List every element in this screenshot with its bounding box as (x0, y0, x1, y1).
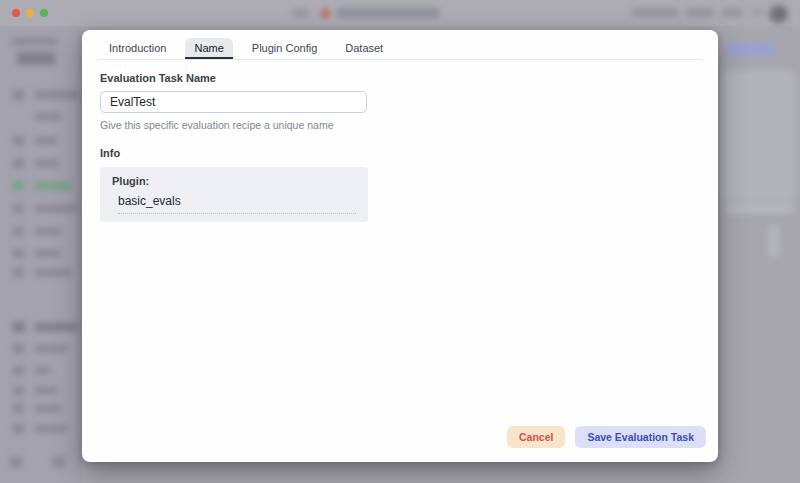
blurred-sidebar-item (35, 323, 77, 331)
blurred-titlebar-item (751, 8, 764, 17)
modal-body: Evaluation Task Name Give this specific … (82, 60, 718, 222)
blurred-sidebar-icon (13, 268, 24, 277)
blurred-sidebar-icon-selected (13, 181, 24, 190)
blurred-sidebar-item (35, 269, 71, 276)
tab-plugin-config[interactable]: Plugin Config (243, 38, 326, 59)
plugin-value: basic_evals (118, 194, 356, 214)
blurred-sidebar-icon (13, 249, 24, 258)
evaluation-task-modal: Introduction Name Plugin Config Dataset … (82, 30, 718, 462)
modal-footer: Cancel Save Evaluation Task (507, 426, 706, 448)
blurred-sidebar-icon (13, 344, 24, 353)
blurred-sidebar-item (35, 228, 61, 235)
blurred-sidebar-item (35, 137, 57, 144)
blurred-sidebar-icon (13, 322, 25, 332)
tab-name[interactable]: Name (185, 38, 232, 59)
blurred-sidebar-icon (13, 159, 24, 168)
blurred-scrollbar-thumb (768, 224, 780, 258)
blurred-titlebar-title (337, 8, 439, 18)
blurred-sidebar-item (35, 425, 67, 432)
info-section-label: Info (100, 147, 700, 159)
blurred-titlebar-item (632, 8, 678, 17)
blurred-sidebar-item-selected (35, 182, 71, 190)
plugin-label: Plugin: (112, 175, 356, 187)
blurred-titlebar-item (686, 8, 714, 17)
blurred-sidebar-footer-icon (53, 457, 65, 467)
blurred-sidebar-item (35, 405, 61, 412)
tab-introduction[interactable]: Introduction (100, 38, 175, 59)
blurred-sidebar-icon (13, 386, 24, 395)
blurred-titlebar-item (293, 9, 309, 17)
blurred-sidebar-icon (13, 227, 24, 236)
blurred-primary-action-pill (726, 43, 776, 55)
blurred-sidebar-item (35, 91, 79, 99)
blurred-content-strip (724, 204, 794, 214)
blurred-content-card (722, 70, 796, 202)
blurred-sidebar-heading (12, 38, 57, 45)
blurred-sidebar-item (35, 205, 77, 212)
blurred-sidebar-item (35, 160, 59, 167)
tab-dataset[interactable]: Dataset (336, 38, 392, 59)
blurred-sidebar-footer-icon (10, 457, 22, 467)
blurred-sidebar-icon (13, 90, 24, 100)
cancel-button[interactable]: Cancel (507, 426, 565, 448)
blurred-sidebar-app-name (17, 52, 55, 65)
modal-tab-bar: Introduction Name Plugin Config Dataset (98, 38, 702, 60)
blurred-sidebar-item (35, 250, 61, 257)
blurred-user-avatar (769, 5, 788, 23)
blurred-sidebar-icon (13, 424, 24, 433)
blurred-sidebar-icon (13, 404, 24, 413)
blurred-sidebar-icon (13, 136, 24, 145)
blurred-sidebar-item (35, 387, 57, 394)
evaluation-task-name-label: Evaluation Task Name (100, 72, 700, 84)
blurred-sidebar-item (35, 113, 61, 120)
evaluation-task-name-help: Give this specific evaluation recipe a u… (100, 119, 700, 131)
info-box: Plugin: basic_evals (100, 167, 368, 222)
blurred-app-logo-dot (321, 9, 330, 18)
blurred-sidebar-item (35, 367, 51, 374)
blurred-sidebar-icon (13, 204, 24, 213)
evaluation-task-name-input[interactable] (100, 91, 367, 113)
save-evaluation-task-button[interactable]: Save Evaluation Task (575, 426, 706, 448)
blurred-titlebar-item (722, 8, 742, 17)
blurred-sidebar-item (35, 345, 67, 352)
blurred-sidebar-icon (13, 366, 24, 375)
